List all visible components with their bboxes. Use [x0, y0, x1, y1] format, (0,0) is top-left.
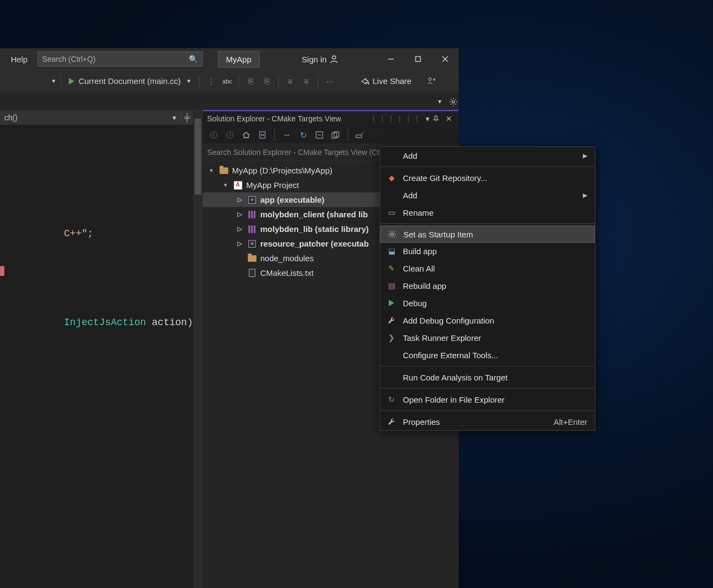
live-share-label: Live Share: [372, 76, 412, 86]
twist-icon[interactable]: ▷: [235, 240, 244, 247]
twist-icon[interactable]: ▷: [235, 225, 244, 232]
menu-item[interactable]: PropertiesAlt+Enter: [380, 413, 595, 430]
tree-item-label: app (executable): [260, 195, 324, 204]
forward-icon[interactable]: [223, 128, 236, 141]
vertical-scrollbar[interactable]: [193, 110, 203, 588]
svg-point-0: [332, 56, 336, 59]
toolbar-overflow[interactable]: ⋯: [323, 74, 337, 88]
svg-line-14: [455, 99, 457, 100]
code-navigator: ch() ▾ ╪: [0, 110, 193, 125]
maximize-button[interactable]: [404, 48, 432, 70]
panel-title-bar: Solution Explorer - CMake Targets View ⋮…: [203, 111, 459, 126]
svg-point-24: [391, 233, 393, 235]
home-icon[interactable]: [240, 128, 253, 141]
solution-title-tab[interactable]: MyApp: [218, 51, 260, 68]
live-share-button[interactable]: Live Share: [361, 76, 412, 86]
menu-item[interactable]: ▤Rebuild app: [380, 277, 595, 294]
menu-item[interactable]: Set as Startup Item: [380, 225, 595, 243]
collapse-icon[interactable]: [313, 128, 326, 141]
debug-target-label: Current Document (main.cc): [79, 76, 181, 86]
scope-selector[interactable]: ch() ▾: [0, 113, 181, 122]
separator: [348, 129, 348, 141]
sign-in-button[interactable]: Sign in: [302, 55, 339, 64]
toolbar-spellcheck[interactable]: abc: [220, 74, 234, 88]
menu-item[interactable]: ▭Rename: [380, 204, 595, 221]
menu-item-label: Add Debug Configuration: [403, 316, 494, 325]
toolbar-button[interactable]: ⋮: [204, 74, 218, 88]
menu-item[interactable]: ◆Create Git Repository...: [380, 169, 595, 186]
debug-target-selector[interactable]: Current Document (main.cc) ▼: [66, 76, 195, 86]
feedback-icon[interactable]: [425, 74, 439, 88]
svg-line-12: [455, 104, 457, 105]
panel-dropdown-icon[interactable]: ▾: [422, 114, 433, 123]
back-icon[interactable]: [207, 128, 220, 141]
code-content[interactable]: C++"; InjectJsAction action) {: [0, 125, 193, 588]
menu-item[interactable]: Add▶: [380, 147, 595, 164]
twist-icon[interactable]: ▷: [235, 196, 244, 203]
menu-item[interactable]: ↻Open Folder in File Explorer: [380, 391, 595, 408]
twist-icon[interactable]: ▾: [207, 167, 216, 174]
tree-item-label: CMakeLists.txt: [260, 268, 313, 277]
showall-icon[interactable]: [329, 128, 342, 141]
chevron-down-icon[interactable]: ▼: [51, 78, 56, 84]
menu-item-label: Add: [403, 191, 417, 200]
menu-item-label: Task Runner Explorer: [403, 333, 481, 343]
toolbar-button[interactable]: ⎘: [243, 74, 258, 88]
tree-item-label: MyApp (D:\Projects\MyApp): [232, 166, 332, 175]
submenu-arrow-icon: ▶: [583, 192, 587, 199]
twist-icon[interactable]: ▷: [235, 211, 244, 218]
close-icon[interactable]: ✕: [444, 114, 454, 123]
global-search[interactable]: Search (Ctrl+Q) 🔍: [37, 51, 203, 67]
menu-item[interactable]: Add▶: [380, 186, 595, 204]
separator: [61, 75, 61, 87]
context-menu[interactable]: Add▶◆Create Git Repository...Add▶▭Rename…: [380, 146, 595, 431]
properties-icon[interactable]: [354, 128, 367, 141]
svg-line-11: [451, 99, 452, 100]
menu-item[interactable]: Add Debug Configuration: [380, 312, 595, 329]
toolbar-button[interactable]: ⎘: [260, 74, 274, 88]
menu-item-label: Configure External Tools...: [403, 351, 498, 360]
sync-icon[interactable]: ↔: [280, 128, 293, 141]
menu-item-label: Run Code Analysis on Target: [403, 373, 508, 382]
menu-item-label: Rebuild app: [403, 281, 446, 290]
split-handle-icon[interactable]: ╪: [181, 113, 193, 122]
code-editor[interactable]: ch() ▾ ╪ C++"; InjectJsAction action) {: [0, 110, 193, 588]
toolbar-indent-icon[interactable]: ≡: [283, 74, 297, 88]
minimize-button[interactable]: [377, 48, 404, 70]
tree-item-label: node_modules: [260, 254, 313, 263]
search-icon: 🔍: [189, 55, 198, 63]
twist-icon[interactable]: ▾: [221, 182, 230, 189]
search-placeholder: Search (Ctrl+Q): [42, 55, 189, 63]
scroll-thumb[interactable]: [195, 119, 201, 195]
play-icon: [69, 78, 74, 85]
menu-item[interactable]: Configure External Tools...: [380, 346, 595, 364]
refresh-icon[interactable]: ↻: [297, 128, 310, 141]
code-line: InjectJsAction action) {: [5, 306, 193, 339]
sign-in-label: Sign in: [302, 55, 327, 64]
svg-line-30: [394, 236, 395, 237]
menu-item[interactable]: ❯Task Runner Explorer: [380, 329, 595, 346]
gear-icon[interactable]: [448, 96, 459, 107]
panel-title: Solution Explorer - CMake Targets View: [207, 114, 341, 123]
menu-item[interactable]: ✎Clean All: [380, 260, 595, 277]
main-toolbar: ▼ Current Document (main.cc) ▼ ⋮ abc ⎘ ⎘…: [0, 70, 459, 93]
menu-item[interactable]: ⬓Build app: [380, 242, 595, 260]
switch-view-icon[interactable]: [256, 128, 269, 141]
menu-item-label: Add: [403, 151, 417, 160]
menu-help[interactable]: Help: [5, 54, 33, 65]
chevron-down-icon[interactable]: ▼: [437, 99, 442, 105]
user-icon: [330, 55, 338, 63]
share-icon: [361, 77, 369, 86]
svg-rect-18: [261, 134, 264, 136]
menu-item-label: Set as Startup Item: [403, 230, 473, 239]
chevron-down-icon: ▼: [186, 78, 191, 84]
menu-item[interactable]: Run Code Analysis on Target: [380, 369, 595, 386]
close-button[interactable]: [432, 48, 459, 70]
pin-icon[interactable]: [433, 115, 444, 122]
submenu-arrow-icon: ▶: [583, 152, 587, 159]
svg-rect-2: [416, 57, 421, 62]
svg-line-13: [451, 104, 452, 105]
toolbar-outdent-icon[interactable]: ≡: [299, 74, 313, 88]
panel-grip[interactable]: ⋮⋮⋮⋮⋮⋮: [370, 114, 422, 123]
menu-item[interactable]: Debug: [380, 294, 595, 312]
